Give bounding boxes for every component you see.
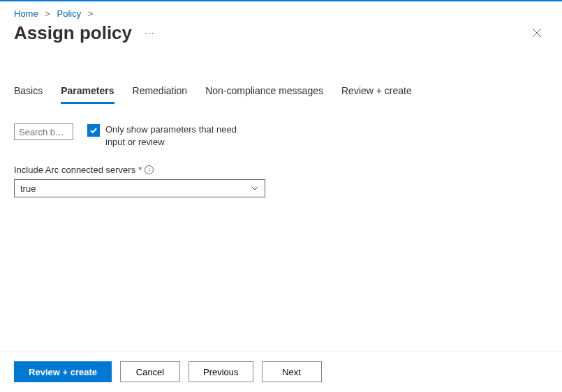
breadcrumb-home[interactable]: Home [14, 8, 38, 19]
content-scroll-area[interactable]: Basics Parameters Remediation Non-compli… [0, 63, 562, 349]
required-indicator: * [138, 165, 142, 175]
field-label-row: Include Arc connected servers * i [14, 165, 548, 175]
include-arc-servers-dropdown[interactable]: true [14, 179, 265, 197]
page-header: Assign policy ··· [0, 22, 562, 50]
dropdown-value: true [20, 183, 36, 194]
tab-review-create[interactable]: Review + create [341, 82, 412, 104]
previous-button[interactable]: Previous [188, 361, 253, 382]
close-button[interactable] [526, 22, 548, 44]
tab-parameters[interactable]: Parameters [61, 82, 114, 104]
footer-action-bar: Review + create Cancel Previous Next [0, 351, 562, 392]
field-label: Include Arc connected servers [14, 165, 135, 175]
only-show-needed-label: Only show parameters that need input or … [105, 123, 255, 148]
cancel-button[interactable]: Cancel [120, 361, 180, 382]
close-icon [532, 28, 542, 38]
breadcrumb: Home > Policy > [0, 1, 562, 22]
breadcrumb-separator: > [88, 8, 94, 19]
tab-remediation[interactable]: Remediation [133, 82, 188, 104]
spacer [14, 197, 548, 349]
next-button[interactable]: Next [262, 361, 322, 382]
tab-basics[interactable]: Basics [14, 82, 43, 104]
only-show-needed-checkbox-container: Only show parameters that need input or … [87, 123, 255, 148]
breadcrumb-policy[interactable]: Policy [57, 8, 82, 19]
tab-bar: Basics Parameters Remediation Non-compli… [14, 82, 548, 104]
only-show-needed-checkbox[interactable] [87, 124, 100, 137]
tab-non-compliance-messages[interactable]: Non-compliance messages [205, 82, 323, 104]
parameter-field: Include Arc connected servers * i true [14, 165, 548, 197]
filter-row: Only show parameters that need input or … [14, 123, 548, 148]
review-create-button[interactable]: Review + create [14, 361, 112, 382]
chevron-down-icon [251, 184, 259, 193]
page-title: Assign policy [14, 22, 132, 44]
info-icon[interactable]: i [145, 165, 154, 174]
search-input[interactable] [14, 123, 73, 140]
breadcrumb-separator: > [45, 8, 50, 19]
more-actions-button[interactable]: ··· [145, 27, 155, 38]
checkmark-icon [89, 126, 98, 135]
